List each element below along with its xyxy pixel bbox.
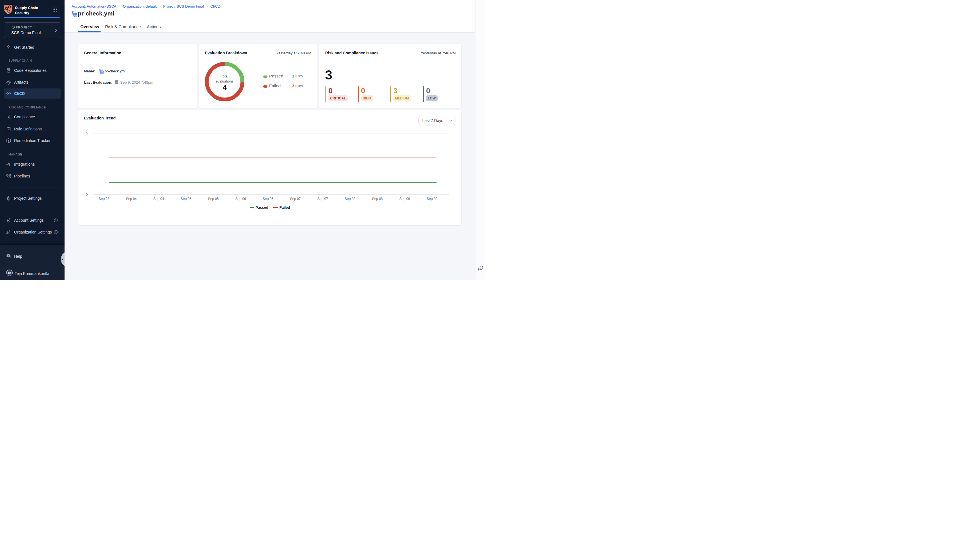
svg-text:Total: Total [220,74,228,78]
svg-text:4: 4 [222,83,227,92]
svg-text:?: ? [8,255,9,257]
svg-text:evaluations: evaluations [215,80,233,83]
